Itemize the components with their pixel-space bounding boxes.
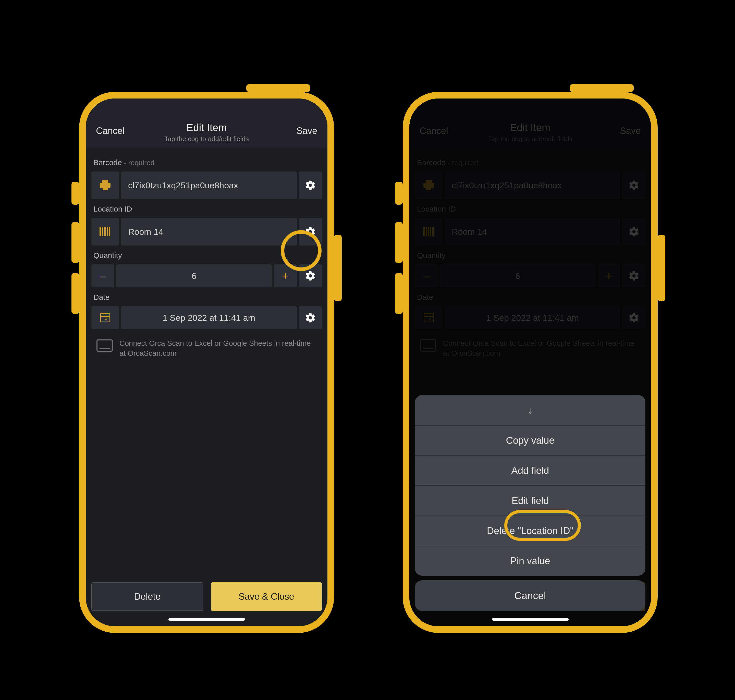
quantity-plus[interactable]: + — [274, 265, 297, 287]
sheet-copy-value[interactable]: Copy value — [415, 425, 645, 455]
sheet-add-field[interactable]: Add field — [415, 455, 645, 485]
promo-banner: Connect Orca Scan to Excel or Google She… — [91, 329, 322, 358]
gear-icon[interactable] — [299, 218, 322, 246]
date-label: Date — [91, 287, 322, 306]
page-title: Edit Item — [132, 122, 281, 134]
sheet-cancel-button[interactable]: Cancel — [415, 580, 645, 611]
page-subtitle: Tap the cog to add/edit fields — [132, 135, 281, 143]
date-field[interactable]: 1 Sep 2022 at 11:41 am — [121, 306, 297, 329]
gear-icon[interactable] — [299, 306, 322, 329]
calendar-icon[interactable] — [91, 306, 119, 329]
save-close-button[interactable]: Save & Close — [211, 582, 322, 611]
home-indicator — [168, 618, 245, 621]
location-label: Location ID — [91, 199, 322, 218]
action-sheet: ↓ Copy value Add field Edit field Delete… — [415, 395, 645, 576]
quantity-field[interactable]: 6 — [116, 265, 272, 287]
arrow-down-icon: ↓ — [528, 404, 533, 416]
header: Cancel Edit Item Tap the cog to add/edit… — [86, 99, 328, 149]
sheet-pin-value[interactable]: Pin value — [415, 546, 645, 576]
cancel-button[interactable]: Cancel — [96, 122, 132, 136]
sheet-arrow-down-icon[interactable]: ↓ — [415, 395, 645, 425]
home-indicator — [492, 618, 569, 621]
sheet-edit-field[interactable]: Edit field — [415, 485, 645, 516]
delete-button[interactable]: Delete — [91, 582, 203, 611]
sheet-delete-field[interactable]: Delete "Location ID" — [415, 516, 645, 546]
gear-icon[interactable] — [299, 172, 322, 199]
quantity-label: Quantity — [91, 246, 322, 265]
barcode-icon[interactable] — [91, 218, 119, 246]
laptop-icon — [97, 340, 113, 351]
barcode-label: Barcode - required — [91, 153, 322, 172]
location-field[interactable]: Room 14 — [121, 218, 297, 246]
print-icon[interactable] — [91, 172, 119, 199]
phone-frame-right: Cancel Edit Item Tap the cog to add/edit… — [403, 92, 658, 633]
quantity-minus[interactable]: – — [91, 265, 114, 287]
barcode-field[interactable]: cl7ix0tzu1xq251pa0ue8hoax — [121, 172, 297, 199]
promo-text: Connect Orca Scan to Excel or Google She… — [119, 338, 317, 358]
phone-frame-left: Cancel Edit Item Tap the cog to add/edit… — [79, 92, 334, 633]
save-button[interactable]: Save — [281, 122, 317, 136]
gear-icon[interactable] — [299, 265, 322, 287]
